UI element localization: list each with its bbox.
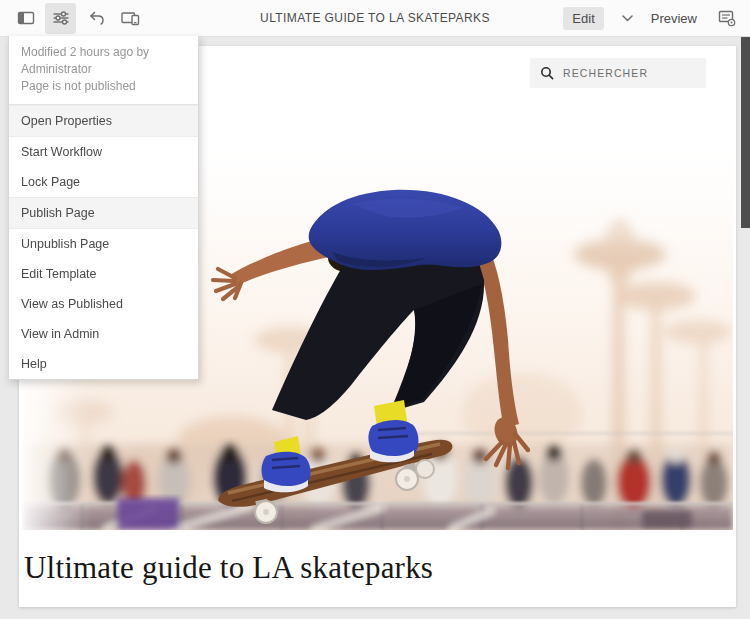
page-info-menu: Modified 2 hours ago by Administrator Pa… (8, 36, 199, 380)
page-status: Modified 2 hours ago by Administrator Pa… (9, 36, 198, 104)
menu-item-unpublish-page[interactable]: Unpublish Page (9, 229, 198, 259)
toolbar-left-group (0, 3, 146, 34)
top-toolbar: ULTIMATE GUIDE TO LA SKATEPARKS Edit Pre… (0, 0, 750, 37)
menu-item-open-properties[interactable]: Open Properties (9, 105, 198, 137)
side-panel-toggle-icon[interactable] (10, 3, 41, 34)
edit-mode-button[interactable]: Edit (563, 7, 603, 30)
menu-item-lock-page[interactable]: Lock Page (9, 167, 198, 197)
menu-item-publish-page[interactable]: Publish Page (9, 197, 198, 229)
undo-icon[interactable] (80, 3, 111, 34)
search-box[interactable] (530, 58, 706, 88)
annotations-icon[interactable] (711, 3, 742, 34)
vertical-scrollbar[interactable] (741, 36, 750, 619)
toolbar-right-group: Edit Preview (563, 0, 742, 36)
menu-item-edit-template[interactable]: Edit Template (9, 259, 198, 289)
emulator-toggle-icon[interactable] (115, 3, 146, 34)
menu-item-view-as-published[interactable]: View as Published (9, 289, 198, 319)
page-status-published: Page is not published (21, 78, 186, 95)
magnifier-icon (540, 66, 554, 80)
menu-item-start-workflow[interactable]: Start Workflow (9, 137, 198, 167)
page-information-icon[interactable] (45, 3, 76, 34)
menu-item-help[interactable]: Help (9, 349, 198, 379)
scrollbar-thumb[interactable] (741, 36, 750, 228)
article-heading[interactable]: Ultimate guide to LA skateparks (24, 550, 714, 586)
preview-mode-button[interactable]: Preview (651, 11, 697, 26)
menu-item-view-in-admin[interactable]: View in Admin (9, 319, 198, 349)
mode-chevron-down-icon[interactable] (618, 11, 637, 26)
page-status-modified: Modified 2 hours ago by Administrator (21, 44, 186, 78)
search-input[interactable] (561, 66, 706, 80)
